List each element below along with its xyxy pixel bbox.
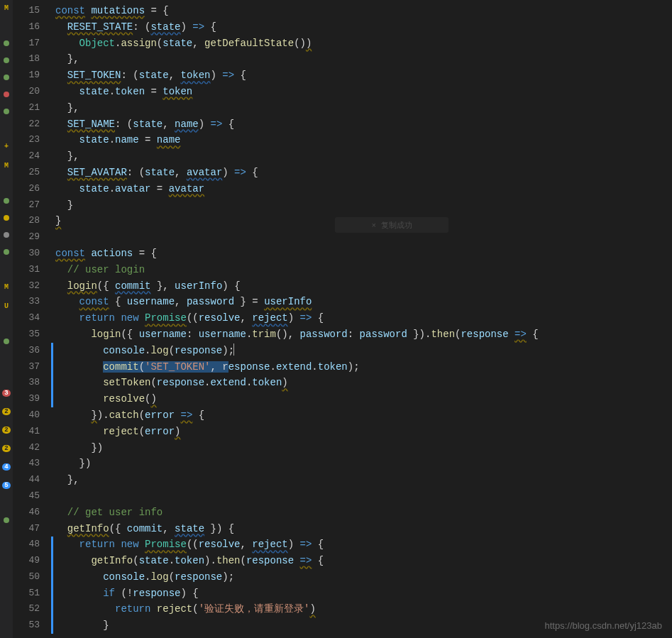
- line-number: 50: [13, 569, 40, 585]
- line-number: 47: [13, 521, 40, 537]
- code-line[interactable]: state.name = name: [55, 132, 672, 148]
- code-line[interactable]: getInfo(state.token).then(response => {: [55, 553, 672, 569]
- line-number: 17: [13, 35, 40, 52]
- code-line[interactable]: }: [55, 197, 672, 214]
- status-dot: [4, 40, 9, 46]
- code-line[interactable]: }).catch(error => {: [55, 407, 672, 424]
- code-line[interactable]: setToken(response.extend.token): [55, 375, 672, 391]
- git-modified-indicator: [51, 343, 53, 407]
- line-number: 16: [13, 19, 40, 35]
- code-line[interactable]: // user login: [55, 262, 672, 278]
- activity-bar[interactable]: M+MMU322245: [0, 0, 13, 638]
- line-number: 48: [13, 537, 40, 553]
- code-line[interactable]: state.token = token: [55, 84, 672, 100]
- line-number: 29: [13, 229, 40, 246]
- count-badge: 2: [2, 408, 11, 415]
- count-badge: 3: [2, 390, 11, 397]
- git-status-letter: M: [4, 283, 9, 291]
- line-number: 36: [13, 343, 40, 359]
- count-badge: 5: [2, 482, 11, 489]
- code-line[interactable]: console.log(response);: [55, 343, 672, 359]
- line-number: 33: [13, 294, 40, 310]
- code-line[interactable]: // get user info: [55, 505, 672, 521]
- line-number: 23: [13, 132, 40, 148]
- code-line[interactable]: },: [55, 100, 672, 116]
- line-number: 51: [13, 585, 40, 602]
- code-line[interactable]: getInfo({ commit, state }) {: [55, 521, 672, 537]
- code-line[interactable]: SET_AVATAR: (state, avatar) => {: [55, 165, 672, 181]
- line-number: 37: [13, 359, 40, 375]
- line-number: 52: [13, 601, 40, 617]
- line-number: 49: [13, 553, 40, 569]
- code-line[interactable]: reject(error): [55, 424, 672, 440]
- code-line[interactable]: RESET_STATE: (state) => {: [55, 19, 672, 35]
- code-line[interactable]: }): [55, 440, 672, 456]
- line-number: 20: [13, 84, 40, 100]
- code-line[interactable]: return reject('验证失败，请重新登录'): [55, 601, 672, 617]
- line-number: 46: [13, 505, 40, 521]
- git-status-letter: M: [4, 162, 9, 170]
- code-line[interactable]: login({ commit }, userInfo) {: [55, 278, 672, 295]
- git-modified-indicator: [51, 537, 53, 634]
- code-line[interactable]: login({ username: username.trim(), passw…: [55, 326, 672, 343]
- line-number: 24: [13, 148, 40, 165]
- code-line[interactable]: state.avatar = avatar: [55, 181, 672, 197]
- line-number: 44: [13, 472, 40, 488]
- code-line[interactable]: },: [55, 148, 672, 165]
- status-dot: [4, 75, 9, 80]
- line-number: 21: [13, 100, 40, 116]
- code-content[interactable]: const mutations = { RESET_STATE: (state)…: [55, 0, 672, 638]
- code-line[interactable]: resolve(): [55, 391, 672, 407]
- text-cursor: [233, 343, 234, 356]
- code-line[interactable]: },: [55, 51, 672, 67]
- code-line[interactable]: commit('SET_TOKEN', response.extend.toke…: [55, 359, 672, 375]
- status-dot: [4, 517, 9, 523]
- code-line[interactable]: return new Promise((resolve, reject) => …: [55, 310, 672, 326]
- line-number: 43: [13, 456, 40, 472]
- line-number: 32: [13, 278, 40, 295]
- status-dot: [4, 92, 9, 97]
- code-line[interactable]: [55, 488, 672, 505]
- line-number: 39: [13, 391, 40, 407]
- count-badge: 4: [2, 463, 11, 471]
- git-status-letter: U: [4, 302, 9, 310]
- status-dot: [4, 249, 9, 255]
- line-number: 31: [13, 262, 40, 278]
- line-number: 25: [13, 165, 40, 181]
- code-line[interactable]: }: [55, 617, 672, 634]
- line-number: 38: [13, 375, 40, 391]
- code-line[interactable]: }): [55, 456, 672, 472]
- line-number: 15: [13, 3, 40, 19]
- line-number: 53: [13, 617, 40, 634]
- status-dot: [4, 109, 9, 114]
- status-dot: [4, 215, 9, 221]
- line-number: 19: [13, 67, 40, 84]
- code-line[interactable]: [55, 229, 672, 246]
- code-line[interactable]: SET_NAME: (state, name) => {: [55, 116, 672, 133]
- code-line[interactable]: return new Promise((resolve, reject) => …: [55, 537, 672, 553]
- line-number: 42: [13, 440, 40, 456]
- code-line[interactable]: console.log(response);: [55, 569, 672, 585]
- line-number: 22: [13, 116, 40, 133]
- line-number-gutter: 1516171819202122232425262728293031323334…: [13, 0, 55, 638]
- line-number: 35: [13, 326, 40, 343]
- line-number: 30: [13, 246, 40, 262]
- count-badge: 2: [2, 427, 11, 434]
- code-line[interactable]: const mutations = {: [55, 3, 672, 19]
- code-editor[interactable]: 1516171819202122232425262728293031323334…: [13, 0, 672, 638]
- line-number: 26: [13, 181, 40, 197]
- code-line[interactable]: Object.assign(state, getDefaultState()): [55, 35, 672, 52]
- code-line[interactable]: SET_TOKEN: (state, token) => {: [55, 67, 672, 84]
- code-line[interactable]: }: [55, 213, 672, 229]
- status-dot: [4, 232, 9, 238]
- code-line[interactable]: const { username, password } = userInfo: [55, 294, 672, 310]
- status-dot: [4, 339, 9, 344]
- code-line[interactable]: if (!response) {: [55, 585, 672, 602]
- count-badge: 2: [2, 445, 11, 452]
- line-number: 18: [13, 51, 40, 67]
- git-status-letter: +: [4, 143, 9, 150]
- status-dot: [4, 198, 9, 204]
- code-line[interactable]: },: [55, 472, 672, 488]
- code-line[interactable]: const actions = {: [55, 246, 672, 262]
- line-number: 41: [13, 424, 40, 440]
